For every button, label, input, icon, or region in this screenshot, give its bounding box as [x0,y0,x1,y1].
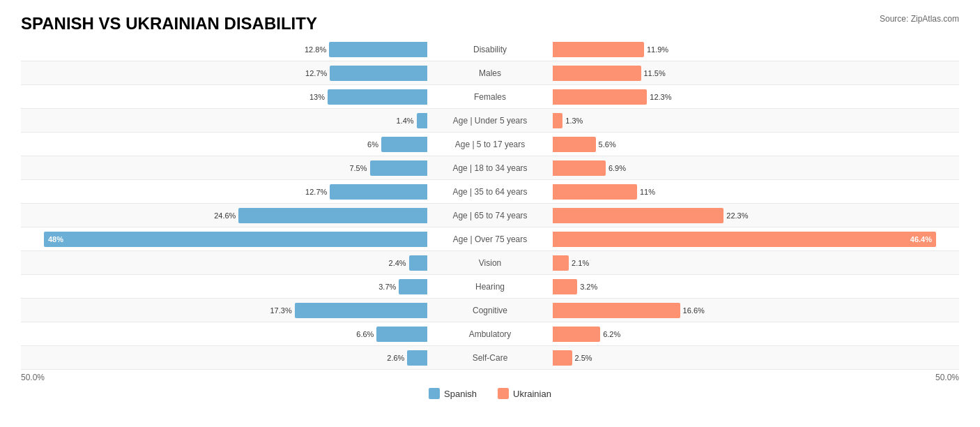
bar-ukrainian [553,350,572,366]
chart-row: 13%Females12.3% [21,85,959,109]
value-spanish: 13% [309,93,325,101]
value-ukrainian: 5.6% [599,140,616,149]
bar-spanish [409,255,427,271]
chart-row: 24.6%Age | 65 to 74 years22.3% [21,204,959,227]
value-spanish: 2.6% [387,354,404,362]
chart-container: SPANISH VS UKRAINIAN DISABILITY Source: … [21,14,959,399]
value-spanish: 2.4% [389,259,406,267]
row-label: Age | Over 75 years [427,234,553,244]
legend-spanish-label: Spanish [444,389,477,399]
row-label: Males [427,68,553,78]
chart-row: 6.6%Ambulatory6.2% [21,322,959,346]
bar-spanish [295,303,427,318]
legend-spanish-box [429,388,440,399]
bar-spanish [407,350,427,366]
bar-spanish: 48% [44,232,427,247]
chart-row: 48%Age | Over 75 years46.4% [21,227,959,251]
value-ukrainian: 12.3% [650,93,671,101]
value-spanish: 48% [44,235,63,244]
chart-row: 2.4%Vision2.1% [21,251,959,275]
value-spanish: 3.7% [378,283,396,291]
value-ukrainian: 11% [640,188,655,196]
row-label: Vision [427,258,553,268]
axis-left: 50.0% [21,373,45,382]
bar-spanish [328,89,427,105]
value-ukrainian: 11.5% [644,69,666,77]
value-spanish: 12.8% [305,45,326,54]
value-spanish: 24.6% [214,211,236,220]
value-spanish: 12.7% [305,188,327,196]
value-ukrainian: 1.3% [565,117,583,125]
value-ukrainian: 16.6% [683,306,705,315]
value-spanish: 1.4% [397,117,414,125]
value-ukrainian: 2.1% [572,259,589,267]
bar-ukrainian: 46.4% [553,232,936,247]
chart-area: 12.8%Disability11.9%12.7%Males11.5%13%Fe… [21,38,959,370]
chart-row: 6%Age | 5 to 17 years5.6% [21,133,959,156]
row-label: Cognitive [427,306,553,315]
bar-ukrainian [553,255,569,271]
row-label: Age | 18 to 34 years [427,163,553,173]
value-spanish: 17.3% [270,306,292,315]
chart-row: 2.6%Self-Care2.5% [21,346,959,370]
axis-right: 50.0% [935,373,959,382]
bar-spanish [381,137,427,152]
row-label: Age | 35 to 64 years [427,187,553,197]
bar-spanish [417,113,427,128]
chart-row: 12.7%Age | 35 to 64 years11% [21,180,959,204]
row-label: Age | Under 5 years [427,116,553,126]
legend-spanish: Spanish [429,388,477,399]
legend-ukrainian-box [498,388,509,399]
value-ukrainian: 6.2% [603,330,620,338]
legend-area: Spanish Ukrainian [21,388,959,399]
bar-spanish [330,66,427,81]
value-ukrainian: 3.2% [580,283,597,291]
bar-spanish [376,327,427,342]
value-ukrainian: 6.9% [608,164,626,172]
value-spanish: 7.5% [349,164,367,172]
legend-ukrainian-label: Ukrainian [513,389,551,399]
row-label: Age | 65 to 74 years [427,211,553,220]
chart-row: 1.4%Age | Under 5 years1.3% [21,109,959,133]
bar-spanish [330,184,427,200]
value-ukrainian: 2.5% [575,354,592,362]
bar-spanish [329,42,427,57]
row-label: Self-Care [427,353,553,363]
value-ukrainian: 22.3% [726,211,748,220]
bar-spanish [399,279,427,294]
row-label: Disability [427,45,553,54]
value-spanish: 12.7% [305,69,327,77]
bar-ukrainian [553,89,647,105]
chart-row: 3.7%Hearing3.2% [21,275,959,299]
value-ukrainian: 46.4% [910,235,936,244]
row-label: Ambulatory [427,329,553,339]
bar-ukrainian [553,327,600,342]
value-spanish: 6.6% [356,330,374,338]
bar-ukrainian [553,279,577,294]
axis-labels: 50.0% 50.0% [21,373,959,382]
bar-ukrainian [553,137,596,152]
legend-ukrainian: Ukrainian [498,388,551,399]
source-label: Source: ZipAtlas.com [880,14,959,24]
chart-row: 17.3%Cognitive16.6% [21,299,959,322]
row-label: Hearing [427,282,553,292]
bar-ukrainian [553,113,562,128]
bar-ukrainian [553,208,723,223]
bar-ukrainian [553,303,680,318]
bar-ukrainian [553,184,637,200]
bar-spanish [370,160,428,176]
chart-row: 12.8%Disability11.9% [21,38,959,61]
chart-row: 7.5%Age | 18 to 34 years6.9% [21,156,959,180]
bar-spanish [238,208,427,223]
value-spanish: 6% [367,140,378,149]
bar-ukrainian [553,160,606,176]
bar-ukrainian [553,42,644,57]
chart-row: 12.7%Males11.5% [21,61,959,85]
chart-title: SPANISH VS UKRAINIAN DISABILITY [21,14,317,33]
row-label: Females [427,92,553,102]
bar-ukrainian [553,66,641,81]
value-ukrainian: 11.9% [647,45,668,54]
row-label: Age | 5 to 17 years [427,140,553,149]
